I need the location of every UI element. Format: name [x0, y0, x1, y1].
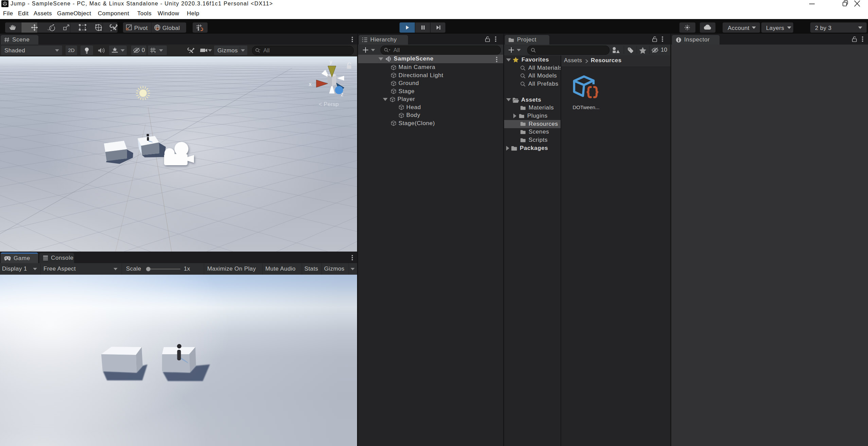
svg-text:x: x	[309, 81, 312, 87]
svg-text:Y: Y	[154, 50, 156, 53]
svg-text:< Persp: < Persp	[319, 101, 339, 107]
svg-text:y: y	[330, 59, 332, 65]
